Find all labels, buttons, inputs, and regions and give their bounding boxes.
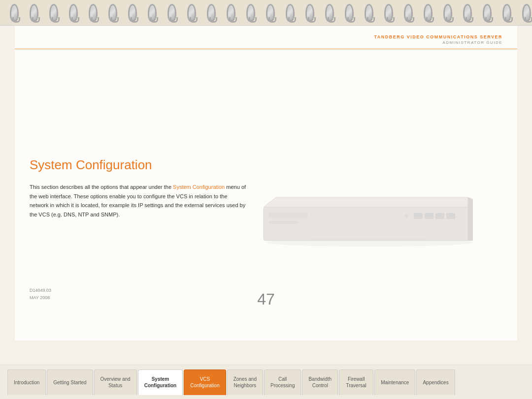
spiral-8	[148, 4, 157, 22]
tab-system-configuration[interactable]: System Configuration	[138, 369, 183, 395]
section-body: This section describes all the options t…	[30, 183, 502, 251]
body-link[interactable]: System Configuration	[173, 184, 225, 190]
svg-rect-6	[425, 213, 433, 219]
spiral-1	[10, 4, 19, 22]
section-title: System Configuration	[30, 157, 502, 173]
spiral-15	[286, 4, 295, 22]
svg-rect-7	[435, 213, 444, 219]
spiral-26	[502, 4, 511, 22]
tab-appendices[interactable]: Appendices	[416, 369, 455, 395]
spiral-4	[69, 4, 78, 22]
page-footer: D14049.03 MAY 2008 47	[30, 287, 502, 301]
body-text-1: This section describes all the options t…	[30, 184, 173, 190]
spiral-9	[167, 4, 176, 22]
spiral-binding	[0, 0, 532, 26]
svg-marker-1	[264, 197, 468, 207]
device-image	[261, 187, 473, 251]
header-subtitle: ADMINISTRATOR GUIDE	[30, 40, 502, 45]
spiral-14	[266, 4, 275, 22]
spiral-24	[463, 4, 472, 22]
svg-rect-5	[414, 213, 423, 219]
spiral-7	[128, 4, 137, 22]
doc-number: D14049.03	[30, 287, 51, 294]
svg-marker-2	[468, 197, 473, 241]
svg-point-11	[266, 239, 473, 246]
tab-getting-started[interactable]: Getting Started	[47, 369, 93, 395]
spiral-20	[384, 4, 393, 22]
spiral-12	[227, 4, 235, 22]
tab-call-processing[interactable]: Call Processing	[264, 369, 301, 395]
bottom-navigation: Introduction Getting Started Overview an…	[0, 365, 532, 399]
tab-maintenance[interactable]: Maintenance	[374, 369, 415, 395]
spiral-10	[187, 4, 196, 22]
device-svg	[261, 187, 473, 251]
doc-date: MAY 2008	[30, 294, 51, 301]
svg-point-9	[405, 215, 408, 217]
spiral-2	[30, 4, 38, 22]
spiral-23	[443, 4, 452, 22]
brand-text: TANDBERG VIDEO COMMUNICATIONS SERVER	[30, 34, 502, 39]
svg-rect-8	[446, 213, 455, 219]
tab-firewall-traversal[interactable]: Firewall Traversal	[339, 369, 373, 395]
brand-highlight: VIDEO COMMUNICATIONS SERVER	[407, 34, 502, 39]
spiral-17	[325, 4, 334, 22]
page-number: 47	[257, 290, 275, 308]
page-content: TANDBERG VIDEO COMMUNICATIONS SERVER ADM…	[15, 26, 517, 340]
tab-zones-neighbors[interactable]: Zones and Neighbors	[227, 369, 263, 395]
spiral-3	[49, 4, 58, 22]
main-area: System Configuration This section descri…	[15, 49, 517, 295]
tab-introduction[interactable]: Introduction	[7, 369, 46, 395]
spiral-6	[108, 4, 117, 22]
spiral-row	[0, 4, 532, 22]
spiral-11	[207, 4, 216, 22]
svg-rect-10	[310, 211, 399, 223]
spiral-19	[365, 4, 373, 22]
svg-rect-3	[268, 212, 308, 218]
page-header: TANDBERG VIDEO COMMUNICATIONS SERVER ADM…	[15, 26, 517, 49]
spiral-5	[89, 4, 98, 22]
spiral-21	[404, 4, 413, 22]
spiral-25	[483, 4, 492, 22]
spiral-16	[305, 4, 314, 22]
tab-bandwidth-control[interactable]: Bandwidth Control	[302, 369, 338, 395]
brand-prefix: TANDBERG	[374, 34, 406, 39]
footer-doc-info: D14049.03 MAY 2008	[30, 287, 51, 301]
svg-rect-4	[268, 221, 298, 224]
spiral-13	[246, 4, 255, 22]
tab-overview-status[interactable]: Overview and Status	[94, 369, 137, 395]
tab-vcs-configuration[interactable]: VCS Configuration	[184, 369, 226, 395]
section-text: This section describes all the options t…	[30, 183, 246, 219]
spiral-18	[345, 4, 354, 22]
spiral-27	[522, 4, 531, 22]
spiral-22	[424, 4, 432, 22]
